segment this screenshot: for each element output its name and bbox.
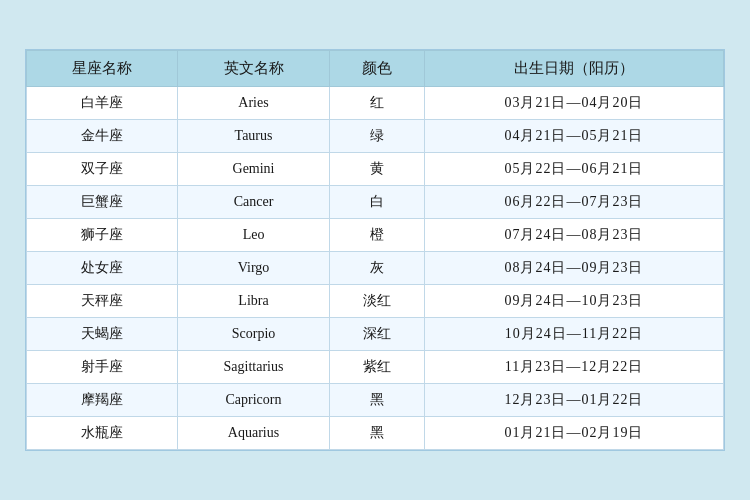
cell-english-name: Aries xyxy=(178,87,329,120)
cell-dates: 10月24日—11月22日 xyxy=(424,318,723,351)
table-row: 白羊座Aries红03月21日—04月20日 xyxy=(27,87,724,120)
cell-english-name: Leo xyxy=(178,219,329,252)
cell-english-name: Scorpio xyxy=(178,318,329,351)
cell-chinese-name: 摩羯座 xyxy=(27,384,178,417)
cell-color: 橙 xyxy=(329,219,424,252)
table-row: 天蝎座Scorpio深红10月24日—11月22日 xyxy=(27,318,724,351)
cell-english-name: Taurus xyxy=(178,120,329,153)
cell-color: 红 xyxy=(329,87,424,120)
cell-chinese-name: 水瓶座 xyxy=(27,417,178,450)
cell-chinese-name: 白羊座 xyxy=(27,87,178,120)
cell-color: 黄 xyxy=(329,153,424,186)
cell-color: 灰 xyxy=(329,252,424,285)
cell-chinese-name: 射手座 xyxy=(27,351,178,384)
cell-color: 紫红 xyxy=(329,351,424,384)
cell-english-name: Capricorn xyxy=(178,384,329,417)
cell-chinese-name: 巨蟹座 xyxy=(27,186,178,219)
zodiac-table-container: 星座名称 英文名称 颜色 出生日期（阳历） 白羊座Aries红03月21日—04… xyxy=(25,49,725,451)
table-row: 双子座Gemini黄05月22日—06月21日 xyxy=(27,153,724,186)
table-header-row: 星座名称 英文名称 颜色 出生日期（阳历） xyxy=(27,51,724,87)
cell-english-name: Libra xyxy=(178,285,329,318)
cell-chinese-name: 狮子座 xyxy=(27,219,178,252)
table-row: 巨蟹座Cancer白06月22日—07月23日 xyxy=(27,186,724,219)
cell-dates: 06月22日—07月23日 xyxy=(424,186,723,219)
cell-dates: 07月24日—08月23日 xyxy=(424,219,723,252)
cell-dates: 03月21日—04月20日 xyxy=(424,87,723,120)
table-row: 水瓶座Aquarius黑01月21日—02月19日 xyxy=(27,417,724,450)
cell-chinese-name: 天秤座 xyxy=(27,285,178,318)
cell-dates: 12月23日—01月22日 xyxy=(424,384,723,417)
cell-color: 深红 xyxy=(329,318,424,351)
header-english-name: 英文名称 xyxy=(178,51,329,87)
table-body: 白羊座Aries红03月21日—04月20日金牛座Taurus绿04月21日—0… xyxy=(27,87,724,450)
cell-color: 绿 xyxy=(329,120,424,153)
table-row: 射手座Sagittarius紫红11月23日—12月22日 xyxy=(27,351,724,384)
cell-color: 黑 xyxy=(329,417,424,450)
header-birth-date: 出生日期（阳历） xyxy=(424,51,723,87)
cell-chinese-name: 处女座 xyxy=(27,252,178,285)
cell-dates: 04月21日—05月21日 xyxy=(424,120,723,153)
cell-english-name: Sagittarius xyxy=(178,351,329,384)
cell-english-name: Virgo xyxy=(178,252,329,285)
zodiac-table: 星座名称 英文名称 颜色 出生日期（阳历） 白羊座Aries红03月21日—04… xyxy=(26,50,724,450)
cell-color: 淡红 xyxy=(329,285,424,318)
cell-chinese-name: 金牛座 xyxy=(27,120,178,153)
table-row: 天秤座Libra淡红09月24日—10月23日 xyxy=(27,285,724,318)
table-row: 摩羯座Capricorn黑12月23日—01月22日 xyxy=(27,384,724,417)
cell-english-name: Aquarius xyxy=(178,417,329,450)
header-chinese-name: 星座名称 xyxy=(27,51,178,87)
cell-chinese-name: 天蝎座 xyxy=(27,318,178,351)
cell-dates: 09月24日—10月23日 xyxy=(424,285,723,318)
cell-dates: 08月24日—09月23日 xyxy=(424,252,723,285)
cell-dates: 11月23日—12月22日 xyxy=(424,351,723,384)
table-row: 处女座Virgo灰08月24日—09月23日 xyxy=(27,252,724,285)
table-row: 狮子座Leo橙07月24日—08月23日 xyxy=(27,219,724,252)
cell-english-name: Cancer xyxy=(178,186,329,219)
cell-dates: 01月21日—02月19日 xyxy=(424,417,723,450)
cell-color: 白 xyxy=(329,186,424,219)
cell-chinese-name: 双子座 xyxy=(27,153,178,186)
cell-english-name: Gemini xyxy=(178,153,329,186)
header-color: 颜色 xyxy=(329,51,424,87)
table-row: 金牛座Taurus绿04月21日—05月21日 xyxy=(27,120,724,153)
cell-dates: 05月22日—06月21日 xyxy=(424,153,723,186)
cell-color: 黑 xyxy=(329,384,424,417)
